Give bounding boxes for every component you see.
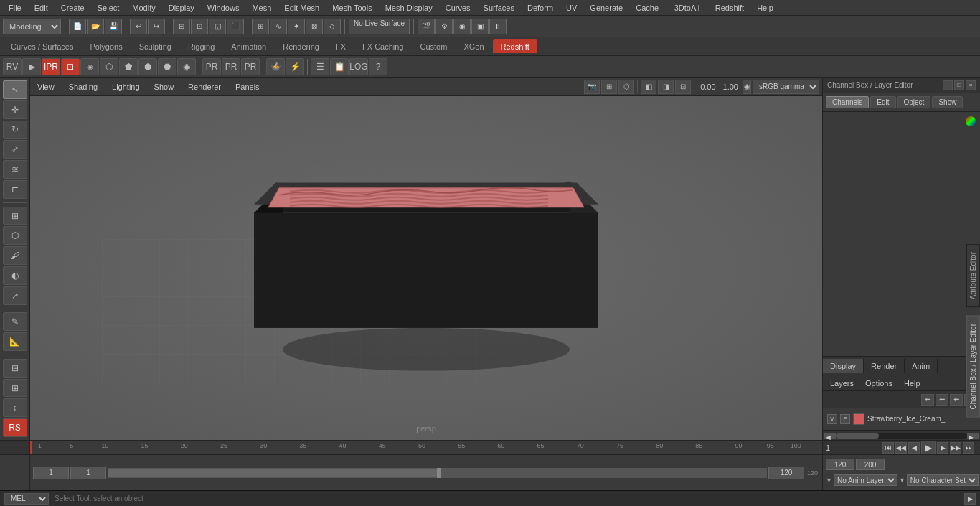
tab-edit[interactable]: Edit — [870, 96, 895, 108]
rs-icon-2[interactable]: ▶ — [22, 58, 41, 75]
rotate-tool-btn[interactable]: ↻ — [3, 121, 27, 139]
vp-toggle2[interactable]: ◨ — [658, 80, 674, 94]
rs-icon-12[interactable]: PR — [241, 58, 260, 75]
rs-icon-ipr[interactable]: IPR — [42, 58, 60, 75]
pb-back-btn[interactable]: ◀ — [908, 442, 920, 454]
layer-visibility-btn[interactable]: V — [827, 414, 837, 424]
layer-scrollbar[interactable]: ◄ ► — [823, 430, 980, 440]
menu-edit[interactable]: Edit — [29, 2, 54, 14]
render-settings-btn[interactable]: ⚙ — [435, 19, 453, 34]
pb-fwd-btn[interactable]: ▶ — [937, 442, 948, 454]
layer-playback-btn[interactable]: P — [840, 414, 850, 424]
menu-file[interactable]: File — [3, 2, 27, 14]
scroll-thumb[interactable] — [836, 433, 879, 439]
menu-redshift[interactable]: Redshift — [710, 2, 750, 14]
render-region-btn[interactable]: ▣ — [471, 19, 489, 34]
vp-cam-btn[interactable]: 📷 — [584, 80, 600, 94]
tab-fx-caching[interactable]: FX Caching — [354, 39, 411, 53]
current-frame-indicator[interactable] — [30, 441, 32, 454]
menu-windows[interactable]: Windows — [202, 2, 245, 14]
transform-tool-btn[interactable]: ✛ — [3, 100, 27, 119]
menu-modify[interactable]: Modify — [126, 2, 161, 14]
save-scene-btn[interactable]: 💾 — [105, 19, 122, 34]
snap-together-btn[interactable]: ↕ — [3, 398, 27, 417]
anim-layer-select[interactable]: No Anim Layer — [834, 474, 897, 486]
char-set-select[interactable]: No Character Set — [907, 474, 979, 486]
menu-create[interactable]: Create — [55, 2, 90, 14]
rs-icon-15[interactable]: ☰ — [311, 58, 329, 75]
rs-icon-4[interactable]: ◈ — [80, 58, 99, 75]
paint-attr-btn[interactable]: 🖌 — [3, 246, 27, 265]
redirect-btn[interactable]: ↗ — [3, 286, 27, 305]
menu-surfaces[interactable]: Surfaces — [478, 2, 520, 14]
rs-icon-11[interactable]: PR — [222, 58, 240, 75]
lasso-tool-btn[interactable]: ⊏ — [3, 180, 27, 199]
rs-icon-5[interactable]: ⬡ — [100, 58, 118, 75]
channel-box-vtab[interactable]: Channel Box / Layer Editor — [966, 316, 980, 418]
menu-cache[interactable]: Cache — [630, 2, 664, 14]
snap-view-plane-btn[interactable]: ◇ — [324, 19, 341, 34]
pb-last-btn[interactable]: ⏭ — [963, 442, 974, 454]
menu-edit-mesh[interactable]: Edit Mesh — [278, 2, 325, 14]
layer-tab-display[interactable]: Display — [823, 359, 864, 373]
layer-add-btn[interactable]: ⬅ — [921, 394, 934, 406]
layer-tab-render[interactable]: Render — [864, 359, 905, 373]
pb-play-btn[interactable]: ▶ — [921, 441, 936, 455]
3d-scene[interactable]: persp — [30, 96, 822, 440]
grid-btn[interactable]: ⊞ — [3, 379, 27, 398]
rs-icon-6[interactable]: ⬟ — [119, 58, 138, 75]
rs-icon-7[interactable]: ⬢ — [138, 58, 157, 75]
vp-toggle1[interactable]: ◧ — [641, 80, 656, 94]
rs-icon-8[interactable]: ⬣ — [158, 58, 176, 75]
no-live-surface-btn[interactable]: No Live Surface — [349, 19, 410, 34]
menu-uv[interactable]: UV — [560, 2, 583, 14]
script-run-btn[interactable]: ▶ — [964, 493, 976, 505]
rs-icon-16[interactable]: 📋 — [330, 58, 349, 75]
vp-menu-lighting[interactable]: Lighting — [108, 81, 144, 93]
rs-icon-10[interactable]: PR — [202, 58, 221, 75]
menu-mesh-tools[interactable]: Mesh Tools — [326, 2, 377, 14]
snap-surface-btn[interactable]: ⊠ — [306, 19, 323, 34]
select-by-hierarchy-btn[interactable]: ⊞ — [173, 19, 190, 34]
soft-select-btn[interactable]: ≋ — [3, 160, 27, 179]
vp-menu-shading[interactable]: Shading — [65, 81, 102, 93]
menu-mesh[interactable]: Mesh — [246, 2, 277, 14]
timeline-content[interactable]: 1 5 10 15 20 25 30 35 40 45 50 55 60 65 … — [30, 441, 822, 454]
menu-help[interactable]: Help — [751, 2, 779, 14]
show-manip-btn[interactable]: ⊞ — [3, 207, 27, 225]
tab-animation[interactable]: Animation — [223, 39, 274, 53]
range-start-input[interactable] — [33, 467, 69, 479]
mode-selector[interactable]: Modeling Rigging Animation FX Rendering — [3, 19, 61, 34]
tab-sculpting[interactable]: Sculpting — [131, 39, 179, 53]
tab-polygons[interactable]: Polygons — [82, 39, 130, 53]
scale-tool-btn[interactable]: ⤢ — [3, 140, 27, 159]
vp-menu-panels[interactable]: Panels — [231, 81, 264, 93]
pause-render-btn[interactable]: ⏸ — [489, 19, 507, 34]
render-btn[interactable]: 🎬 — [418, 19, 435, 34]
tab-xgen[interactable]: XGen — [456, 39, 491, 53]
rs-icon-13[interactable]: 🍲 — [266, 58, 285, 75]
color-wheel-icon[interactable] — [966, 116, 976, 126]
menu-3dtoall[interactable]: -3DtoAll- — [666, 2, 708, 14]
vp-wireframe-btn[interactable]: ⬡ — [618, 80, 634, 94]
rs-icon-17[interactable]: LOG — [349, 58, 368, 75]
menu-mesh-display[interactable]: Mesh Display — [380, 2, 438, 14]
gamma-select[interactable]: sRGB gamma Linear — [753, 80, 819, 94]
sculpt-btn[interactable]: ◐ — [3, 266, 27, 285]
channel-box-minimize[interactable]: _ — [943, 80, 953, 90]
tab-show[interactable]: Show — [932, 96, 963, 108]
gamma-mode-icon[interactable]: ◉ — [743, 80, 751, 94]
new-scene-btn[interactable]: 📄 — [69, 19, 86, 34]
pb-fwd-frame-btn[interactable]: ▶▶ — [950, 442, 961, 454]
rs-icon-help[interactable]: ? — [369, 58, 387, 75]
ipr-btn[interactable]: ◉ — [453, 19, 471, 34]
menu-curves[interactable]: Curves — [440, 2, 476, 14]
layer-move-up-btn[interactable]: ⬅ — [950, 394, 963, 406]
range-end-input[interactable] — [768, 467, 804, 479]
scroll-right-btn[interactable]: ► — [967, 433, 979, 439]
tab-object[interactable]: Object — [897, 96, 931, 108]
scroll-left-btn[interactable]: ◄ — [824, 433, 836, 439]
playback-end-input[interactable] — [856, 459, 885, 470]
select-tool-btn[interactable]: ↖ — [3, 80, 27, 99]
attribute-editor-tab[interactable]: Attribute Editor — [966, 244, 980, 307]
